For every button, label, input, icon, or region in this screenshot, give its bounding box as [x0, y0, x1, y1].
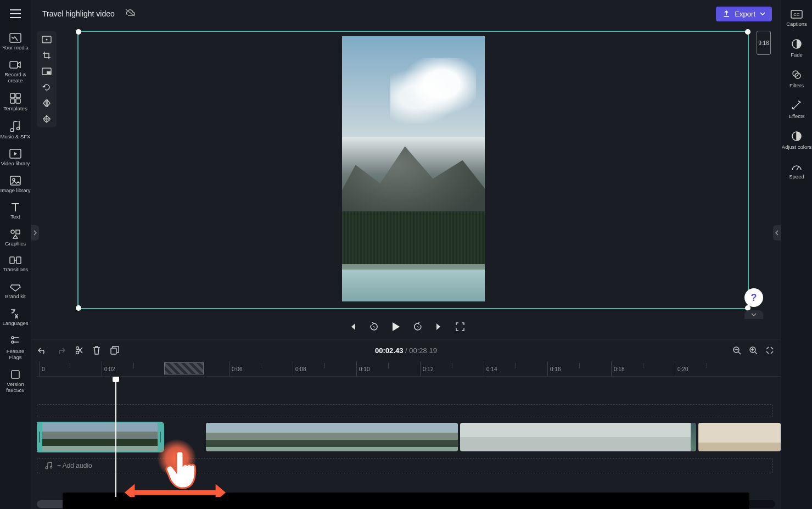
sidebar-item-languages[interactable]: Languages [0, 303, 31, 330]
overlay-track-placeholder[interactable] [37, 404, 773, 417]
ruler-tick: 0:18 [614, 366, 624, 372]
next-clip-button[interactable] [435, 322, 444, 331]
flip-h-tool[interactable] [39, 98, 54, 108]
play-button[interactable] [391, 321, 401, 332]
split-button[interactable] [75, 346, 83, 355]
sidebar-label: Record & create [0, 72, 31, 84]
sidebar-item-your-media[interactable]: Your media [0, 27, 31, 54]
pip-tool[interactable] [39, 66, 54, 76]
rewind-button[interactable]: 5 [369, 322, 379, 332]
svg-point-19 [46, 38, 48, 40]
sidebar-item-version[interactable]: Version fa9c5c6 [0, 364, 31, 397]
svg-rect-17 [12, 371, 19, 378]
menu-button[interactable] [0, 0, 31, 27]
cloud-off-icon [125, 8, 136, 17]
aspect-ratio-button[interactable]: 9:16 [757, 31, 771, 55]
video-clip-3[interactable] [460, 423, 696, 451]
sidebar-label: Image library [1, 188, 31, 194]
video-clip-2[interactable] [206, 423, 458, 451]
preview-canvas[interactable]: 9:16 ? [57, 27, 781, 315]
undo-button[interactable] [38, 346, 47, 354]
clip-trim-right[interactable] [158, 423, 163, 451]
sidebar-item-graphics[interactable]: Graphics [0, 223, 31, 250]
sidebar-label: Transitions [3, 267, 28, 273]
main-area: Travel highlight video Export 9:16 [31, 0, 781, 509]
playhead[interactable] [115, 377, 116, 497]
export-button[interactable]: Export [716, 7, 772, 21]
music-note-icon [45, 462, 53, 469]
expand-right-panel-handle[interactable] [773, 225, 781, 240]
resize-handle-tr[interactable] [745, 29, 751, 35]
svg-rect-11 [16, 230, 20, 234]
right-item-speed[interactable]: Speed [781, 155, 813, 184]
zoom-in-button[interactable] [749, 346, 758, 355]
sidebar-item-video-library[interactable]: Video library [0, 143, 31, 170]
forward-button[interactable]: 5 [413, 322, 423, 332]
brand-kit-icon [10, 282, 21, 292]
sidebar-item-transitions[interactable]: Transitions [0, 250, 31, 276]
templates-icon [10, 93, 21, 104]
pip-icon [42, 68, 52, 75]
text-icon [10, 202, 20, 212]
upload-icon [723, 10, 730, 18]
version-icon [10, 370, 20, 379]
zoom-fit-button[interactable] [765, 346, 774, 355]
right-item-filters[interactable]: Filters [781, 63, 813, 93]
fade-icon [791, 38, 802, 49]
image-library-icon [10, 176, 21, 186]
sidebar-item-templates[interactable]: Templates [0, 87, 31, 115]
video-library-icon [9, 149, 21, 159]
zoom-out-button[interactable] [732, 346, 741, 355]
svg-rect-1 [10, 61, 18, 68]
selection-box[interactable] [77, 31, 749, 309]
resize-handle-tl[interactable] [76, 29, 81, 35]
chevron-left-icon [775, 230, 779, 236]
redo-button[interactable] [57, 346, 65, 354]
record-icon [9, 60, 21, 70]
project-title[interactable]: Travel highlight video [42, 9, 115, 18]
svg-text:5: 5 [417, 326, 419, 329]
undo-icon [38, 346, 47, 354]
delete-button[interactable] [93, 346, 100, 355]
sidebar-item-text[interactable]: Text [0, 197, 31, 223]
crop-tool[interactable] [39, 50, 54, 60]
top-bar: Travel highlight video Export [31, 0, 781, 27]
gap-indicator[interactable] [164, 362, 204, 374]
rotate-tool[interactable] [39, 82, 54, 92]
ruler-tick: 0:20 [677, 366, 688, 372]
clip-trim-left[interactable] [37, 423, 42, 451]
duplicate-button[interactable] [110, 346, 119, 355]
sidebar-item-music-sfx[interactable]: Music & SFX [0, 115, 31, 143]
video-clip-1[interactable]: 60fps Aerial of Athabasca River in Jaspe… [37, 423, 163, 451]
svg-point-10 [11, 230, 14, 233]
right-item-captions[interactable]: CC Captions [781, 3, 813, 32]
collapse-timeline-handle[interactable] [744, 310, 763, 319]
resize-handle-bl[interactable] [76, 305, 81, 311]
help-button[interactable]: ? [744, 288, 763, 307]
sidebar-item-feature-flags[interactable]: Feature Flags [0, 330, 31, 364]
svg-rect-4 [10, 99, 15, 103]
fullscreen-icon [456, 322, 464, 331]
timeline: 00:02.43 / 00:28.19 0 0:02 0:06 0:08 0:1… [31, 339, 781, 509]
sidebar-item-brand-kit[interactable]: Brand kit [0, 276, 31, 303]
right-label: Fade [791, 52, 803, 58]
fullscreen-button[interactable] [456, 322, 464, 331]
audio-track[interactable]: + Add audio [37, 458, 773, 473]
effects-icon [791, 100, 802, 111]
right-item-effects[interactable]: Effects [781, 93, 813, 124]
fit-tool[interactable] [39, 34, 54, 44]
cloud-sync-button[interactable] [125, 8, 136, 19]
music-icon [10, 121, 20, 132]
sidebar-item-image-library[interactable]: Image library [0, 170, 31, 197]
svg-text:5: 5 [373, 326, 375, 329]
prev-clip-button[interactable] [348, 322, 357, 331]
sidebar-label: Music & SFX [1, 134, 31, 140]
timeline-tracks[interactable]: 60fps Aerial of Athabasca River in Jaspe… [37, 377, 781, 497]
sidebar-label: Languages [2, 321, 28, 327]
right-item-adjust-colors[interactable]: Adjust colors [781, 124, 813, 155]
flip-v-tool[interactable] [39, 114, 54, 124]
right-item-fade[interactable]: Fade [781, 32, 813, 63]
timeline-ruler[interactable]: 0 0:02 0:06 0:08 0:10 0:12 0:14 0:16 0:1… [37, 361, 781, 377]
video-clip-4[interactable] [698, 423, 781, 451]
sidebar-item-record-create[interactable]: Record & create [0, 54, 31, 87]
